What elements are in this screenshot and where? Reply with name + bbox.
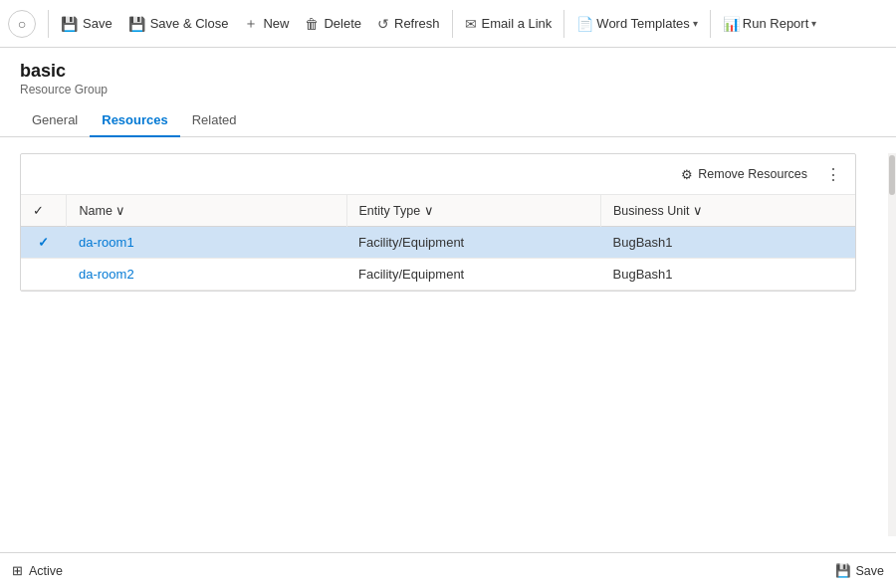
toolbar-divider-4 bbox=[710, 10, 711, 38]
row-2-entity-type: Facility/Equipment bbox=[346, 259, 600, 291]
column-check[interactable]: ✓ bbox=[21, 195, 67, 227]
save-close-icon: 💾 bbox=[128, 16, 145, 32]
row-1-entity-type: Facility/Equipment bbox=[346, 227, 600, 259]
status-bar: ⊞ Active 💾 Save bbox=[0, 552, 896, 588]
new-button[interactable]: ＋ New bbox=[236, 11, 297, 37]
status-save-button[interactable]: 💾 Save bbox=[835, 563, 885, 578]
column-entity-type[interactable]: Entity Type ∨ bbox=[346, 195, 600, 227]
back-icon: ○ bbox=[18, 16, 26, 32]
run-report-icon: 📊 bbox=[723, 16, 740, 32]
tab-related[interactable]: Related bbox=[180, 104, 249, 137]
settings-icon: ⚙ bbox=[681, 167, 693, 182]
status-icon: ⊞ bbox=[12, 563, 23, 578]
row-1-check[interactable]: ✓ bbox=[21, 227, 67, 259]
table-container: ⚙ Remove Resources ⋮ ✓ Name ∨ bbox=[20, 153, 856, 292]
toolbar-divider-1 bbox=[48, 10, 49, 38]
table-toolbar: ⚙ Remove Resources ⋮ bbox=[21, 154, 855, 195]
remove-resources-label: Remove Resources bbox=[698, 167, 807, 181]
run-report-button[interactable]: 📊 Run Report ▾ bbox=[715, 12, 824, 36]
more-icon: ⋮ bbox=[825, 165, 841, 184]
new-label: New bbox=[263, 16, 289, 31]
row-1-business-unit: BugBash1 bbox=[601, 227, 856, 259]
main-body: ⚙ Remove Resources ⋮ ✓ Name ∨ bbox=[0, 137, 896, 552]
refresh-button[interactable]: ↺ Refresh bbox=[369, 12, 448, 36]
email-icon: ✉ bbox=[465, 16, 477, 32]
table-row[interactable]: ✓ da-room1 Facility/Equipment BugBash1 bbox=[21, 227, 855, 259]
remove-resources-button[interactable]: ⚙ Remove Resources bbox=[673, 163, 815, 186]
tabs: General Resources Related bbox=[0, 104, 896, 137]
run-report-label: Run Report bbox=[743, 16, 808, 31]
row-1-name[interactable]: da-room1 bbox=[67, 227, 346, 259]
scroll-track[interactable] bbox=[888, 153, 896, 536]
tab-general[interactable]: General bbox=[20, 104, 90, 137]
row-2-check[interactable] bbox=[21, 259, 67, 291]
status-label: Active bbox=[29, 564, 63, 578]
row-1-name-link[interactable]: da-room1 bbox=[79, 235, 134, 250]
table-row[interactable]: da-room2 Facility/Equipment BugBash1 bbox=[21, 259, 855, 291]
refresh-icon: ↺ bbox=[377, 16, 389, 32]
toolbar: ○ 💾 Save 💾 Save & Close ＋ New 🗑 Delete ↺… bbox=[0, 0, 896, 48]
refresh-label: Refresh bbox=[394, 16, 440, 31]
word-templates-button[interactable]: 📄 Word Templates ▾ bbox=[568, 12, 705, 36]
back-button[interactable]: ○ bbox=[8, 10, 36, 38]
more-options-button[interactable]: ⋮ bbox=[819, 160, 847, 188]
entity-sort-icon: ∨ bbox=[424, 204, 434, 218]
toolbar-divider-2 bbox=[452, 10, 453, 38]
run-report-arrow: ▾ bbox=[811, 18, 816, 29]
tab-resources[interactable]: Resources bbox=[90, 104, 179, 137]
resources-table: ✓ Name ∨ Entity Type ∨ Business Unit ∨ bbox=[21, 195, 855, 291]
email-link-button[interactable]: ✉ Email a Link bbox=[457, 12, 560, 36]
check-header-icon: ✓ bbox=[33, 204, 44, 218]
word-templates-arrow: ▾ bbox=[693, 18, 698, 29]
page-content: basic Resource Group General Resources R… bbox=[0, 48, 896, 552]
save-close-label: Save & Close bbox=[150, 16, 229, 31]
delete-button[interactable]: 🗑 Delete bbox=[297, 12, 369, 36]
row-2-name-link[interactable]: da-room2 bbox=[79, 267, 134, 282]
row-2-business-unit: BugBash1 bbox=[601, 259, 856, 291]
scroll-thumb[interactable] bbox=[889, 155, 895, 195]
column-name[interactable]: Name ∨ bbox=[67, 195, 346, 227]
status-left: ⊞ Active bbox=[12, 563, 63, 578]
word-templates-label: Word Templates bbox=[596, 16, 689, 31]
save-button[interactable]: 💾 Save bbox=[53, 12, 120, 36]
table-header-row: ✓ Name ∨ Entity Type ∨ Business Unit ∨ bbox=[21, 195, 855, 227]
save-label: Save bbox=[83, 16, 112, 31]
new-icon: ＋ bbox=[244, 15, 258, 33]
word-templates-icon: 📄 bbox=[576, 16, 593, 32]
page-title: basic bbox=[20, 60, 876, 83]
column-business-unit[interactable]: Business Unit ∨ bbox=[601, 195, 856, 227]
status-save-label: Save bbox=[856, 564, 885, 578]
delete-icon: 🗑 bbox=[305, 16, 319, 32]
save-close-button[interactable]: 💾 Save & Close bbox=[120, 12, 237, 36]
delete-label: Delete bbox=[324, 16, 361, 31]
email-link-label: Email a Link bbox=[482, 16, 553, 31]
save-icon: 💾 bbox=[61, 16, 78, 32]
row-2-name[interactable]: da-room2 bbox=[67, 259, 346, 291]
toolbar-divider-3 bbox=[563, 10, 564, 38]
page-subtitle: Resource Group bbox=[20, 83, 876, 97]
status-save-icon: 💾 bbox=[835, 563, 851, 578]
bu-sort-icon: ∨ bbox=[693, 204, 703, 218]
name-sort-icon: ∨ bbox=[115, 204, 125, 218]
page-header: basic Resource Group bbox=[0, 48, 896, 97]
